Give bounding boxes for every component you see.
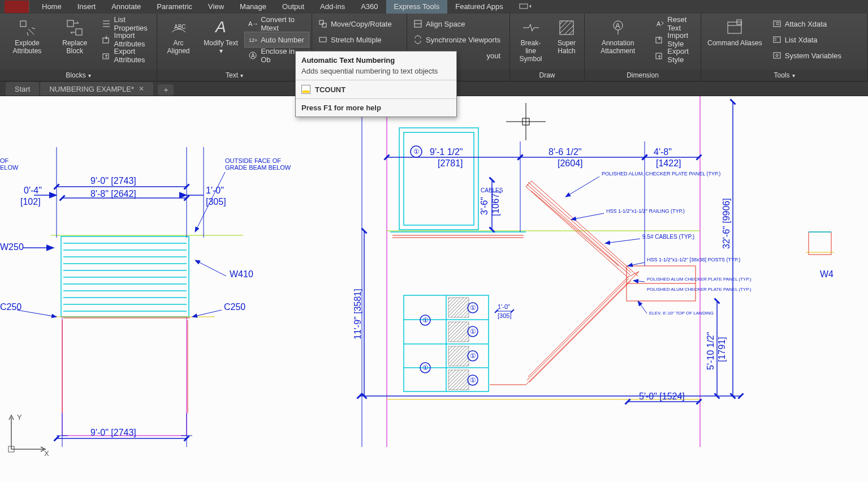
svg-text:11'-9" [3581]: 11'-9" [3581]	[353, 289, 362, 339]
svg-text:X: X	[44, 449, 49, 457]
app-logo[interactable]	[5, 1, 29, 13]
sync-viewports-button[interactable]: Synchronize Viewports	[409, 32, 504, 48]
command-aliases-button[interactable]: Command Aliases	[703, 16, 766, 69]
explode-attributes-button[interactable]: Explode Attributes	[2, 16, 52, 69]
menu-a360[interactable]: A360	[353, 0, 386, 14]
attach-xdata-icon	[772, 19, 781, 28]
svg-rect-2	[67, 20, 74, 27]
menu-addins[interactable]: Add-ins	[312, 0, 353, 14]
svg-text:CABLES: CABLES	[481, 187, 503, 193]
menu-express-tools[interactable]: Express Tools	[386, 0, 448, 14]
super-hatch-label: Super Hatch	[555, 39, 578, 55]
super-hatch-button[interactable]: Super Hatch	[551, 16, 582, 69]
panel-dimension: A Annotation Attachment A Reset Text Imp…	[585, 14, 701, 81]
panel-title-dimension: Dimension	[585, 70, 701, 81]
svg-text:5'-0" [1524]: 5'-0" [1524]	[639, 391, 685, 401]
panel-title-tools[interactable]: Tools▾	[701, 70, 867, 81]
arc-aligned-button[interactable]: ABC Arc Aligned	[159, 16, 197, 69]
export-attributes-label: Export Attributes	[114, 47, 150, 64]
svg-text:OUTSIDE FACE OF: OUTSIDE FACE OF	[225, 157, 281, 164]
svg-text:9'-0" [2743]: 9'-0" [2743]	[90, 176, 136, 186]
svg-rect-1	[20, 21, 26, 27]
auto-number-button[interactable]: 12» Auto Number	[244, 32, 309, 48]
tooltip: Automatic Text Numbering Adds sequential…	[295, 51, 457, 117]
tooltip-help: Press F1 for more help	[296, 99, 456, 117]
auto-number-icon: 12»	[248, 35, 257, 44]
svg-text:OF: OF	[0, 157, 9, 164]
replace-block-button[interactable]: Replace Block	[54, 16, 96, 69]
svg-rect-102	[448, 370, 469, 390]
svg-text:①: ①	[470, 304, 476, 312]
reset-text-button[interactable]: A Reset Text	[651, 16, 698, 32]
svg-rect-25	[774, 37, 780, 42]
align-icon	[413, 19, 422, 28]
menu-output[interactable]: Output	[274, 0, 312, 14]
svg-line-154	[628, 262, 645, 266]
import-attributes-button[interactable]: Import Attributes	[98, 32, 154, 48]
svg-text:32'-6" [9906]: 32'-6" [9906]	[722, 198, 731, 249]
svg-text:[2781]: [2781]	[438, 158, 463, 168]
svg-rect-5	[103, 54, 109, 59]
align-space-button[interactable]: Align Space	[409, 16, 504, 32]
svg-text:5'-10 1/2": 5'-10 1/2"	[706, 332, 715, 370]
svg-rect-99	[448, 298, 469, 317]
ucs-icon: Y X	[3, 412, 49, 457]
midpoint-toggle-icon[interactable]	[511, 2, 539, 12]
menu-annotate[interactable]: Annotate	[103, 0, 149, 14]
modify-text-button[interactable]: A Modify Text ▾	[200, 16, 242, 69]
modify-text-label: Modify Text ▾	[204, 39, 238, 55]
svg-rect-3	[76, 29, 82, 35]
list-properties-button[interactable]: List Properties	[98, 16, 154, 32]
attach-xdata-button[interactable]: Attach Xdata	[768, 16, 845, 32]
menu-home[interactable]: Home	[34, 0, 70, 14]
list-xdata-button[interactable]: List Xdata	[768, 32, 845, 48]
export-style-button[interactable]: Export Style	[651, 48, 698, 63]
svg-rect-24	[774, 21, 780, 27]
panel-blocks: Explode Attributes Replace Block List Pr…	[0, 14, 157, 81]
menu-parametric[interactable]: Parametric	[149, 0, 200, 14]
svg-rect-161	[809, 232, 831, 255]
export-attributes-button[interactable]: Export Attributes	[98, 48, 154, 63]
svg-rect-26	[774, 53, 780, 58]
chevron-down-icon: ▾	[88, 72, 91, 79]
svg-rect-14	[319, 37, 326, 42]
svg-point-27	[776, 54, 778, 57]
svg-line-152	[605, 239, 640, 243]
svg-rect-12	[319, 20, 323, 24]
new-tab-button[interactable]: ＋	[158, 84, 174, 96]
breakline-button[interactable]: Break-line Symbol	[512, 16, 549, 69]
panel-title-blocks[interactable]: Blocks▾	[0, 70, 157, 81]
panel-title-text[interactable]: Text▾	[157, 70, 312, 81]
replace-block-icon	[66, 19, 84, 37]
import-style-button[interactable]: Import Style	[651, 32, 698, 48]
system-variables-label: System Variables	[785, 51, 841, 60]
svg-text:C250: C250	[0, 302, 21, 312]
close-icon[interactable]: ✕	[139, 85, 144, 93]
replace-block-label: Replace Block	[58, 39, 92, 55]
panel-title-draw: Draw	[510, 70, 584, 81]
command-icon	[301, 85, 310, 94]
tab-drawing[interactable]: NUMBERING EXAMPLE*✕	[40, 82, 153, 96]
menu-insert[interactable]: Insert	[70, 0, 104, 14]
menu-view[interactable]: View	[200, 0, 232, 14]
menu-featured-apps[interactable]: Featured Apps	[447, 0, 511, 14]
move-copy-rotate-button[interactable]: Move/Copy/Rotate	[314, 16, 396, 32]
convert-mtext-button[interactable]: A→ Convert to Mtext	[244, 16, 309, 32]
import-style-icon	[655, 35, 664, 44]
annotation-attachment-button[interactable]: A Annotation Attachment	[587, 16, 649, 69]
sysvars-icon	[772, 51, 781, 60]
system-variables-button[interactable]: System Variables	[768, 48, 845, 63]
svg-text:9'-0" [2743]: 9'-0" [2743]	[90, 428, 136, 437]
menu-manage[interactable]: Manage	[232, 0, 274, 14]
list-xdata-icon	[772, 35, 781, 44]
crosshair-cursor	[506, 103, 546, 140]
tooltip-description: Adds sequential numbering to text object…	[296, 67, 456, 80]
svg-rect-100	[448, 322, 469, 342]
drawing-canvas[interactable]: 9'-0" [2743] 8'-8" [2642] 0'-4" [102] 1'…	[0, 96, 868, 482]
svg-text:A: A	[615, 21, 620, 30]
tab-start[interactable]: Start	[6, 82, 39, 96]
svg-text:[2604]: [2604]	[558, 158, 582, 168]
svg-text:W4: W4	[820, 269, 834, 279]
tooltip-command: TCOUNT	[296, 80, 456, 98]
stretch-multiple-button[interactable]: Stretch Multiple	[314, 32, 396, 48]
